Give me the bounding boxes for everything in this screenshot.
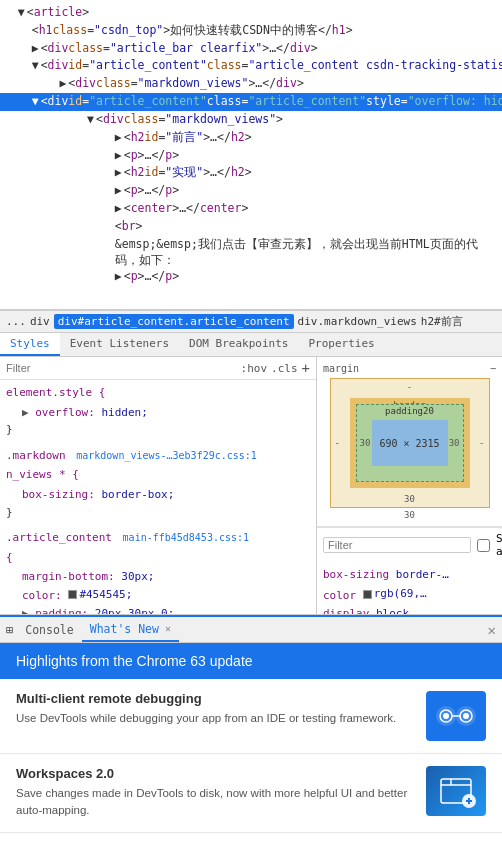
breadcrumb-item[interactable]: div [30, 315, 50, 328]
css-selector: .article_content main-ffb45d8453.css:1 [6, 529, 310, 547]
css-property: margin-bottom: 30px; [6, 568, 310, 586]
styles-right: margin − - 30 - - border [317, 357, 502, 614]
whats-new-tab-label: What's New [90, 622, 159, 636]
css-property: color: #454545; [6, 586, 310, 605]
item-title: Multi-client remote debugging [16, 691, 414, 706]
filter-bar: :hov .cls + [0, 357, 316, 380]
tree-line[interactable]: ▶ <p >…</p> [0, 268, 502, 286]
computed-properties: box-sizing border-… color rgb(69,… displ… [317, 562, 502, 614]
styles-panel: Styles Event Listeners DOM Breakpoints P… [0, 333, 502, 615]
tree-line-highlighted[interactable]: ▼ <div id="article_content" class="artic… [0, 93, 502, 111]
styles-rules: element.style { ▶ overflow: hidden; } .m… [0, 380, 316, 614]
workspaces-illustration [431, 769, 481, 813]
item-image [426, 691, 486, 741]
css-source-link[interactable]: main-ffb45d8453.css:1 [123, 532, 249, 543]
console-tabs: ⊞ Console What's New ✕ ✕ [0, 615, 502, 643]
expand-arrow[interactable]: ▼ [32, 57, 39, 75]
expand-arrow[interactable]: ▼ [87, 111, 94, 129]
styles-left: :hov .cls + element.style { ▶ overflow: … [0, 357, 317, 614]
whats-new-panel: Highlights from the Chrome 63 update Mul… [0, 643, 502, 833]
html-tree: ▼ <article> <h1 class="csdn_top" >如何快速转载… [0, 0, 502, 290]
computed-prop: box-sizing border-… [323, 566, 496, 585]
expand-arrow[interactable]: ▶ [32, 40, 39, 58]
breadcrumb-item[interactable]: h2#前言 [421, 314, 463, 329]
add-rule-button[interactable]: + [302, 360, 310, 376]
item-desc: Save changes made in DevTools to disk, n… [16, 785, 414, 820]
box-bottom-margin: 30 [323, 510, 496, 520]
expand-arrow[interactable]: ▶ [115, 147, 122, 165]
css-rule: .article_content main-ffb45d8453.css:1 {… [6, 529, 310, 614]
close-whats-new-button[interactable]: ✕ [165, 623, 171, 634]
css-property: ▶ padding: 20px 30px 0; [6, 605, 310, 614]
tree-line[interactable]: <br> [0, 218, 502, 236]
hov-button[interactable]: :hov [241, 362, 268, 375]
box-model: - 30 - - border padding20 30 30 [330, 378, 490, 508]
tab-console[interactable]: Console [17, 619, 81, 641]
filter-input[interactable] [6, 362, 237, 374]
tab-styles[interactable]: Styles [0, 333, 60, 356]
whats-new-header: Highlights from the Chrome 63 update [0, 643, 502, 679]
box-model-section: margin − - 30 - - border [317, 357, 502, 527]
whats-new-content: Multi-client remote debugging Use DevToo… [0, 679, 502, 833]
css-selector-brace: { [6, 549, 310, 567]
tree-line[interactable]: <h1 class="csdn_top" >如何快速转载CSDN中的博客</h1… [0, 22, 502, 40]
svg-point-5 [443, 713, 449, 719]
tab-whats-new[interactable]: What's New ✕ [82, 618, 179, 642]
item-image [426, 766, 486, 816]
tab-dom-breakpoints[interactable]: DOM Breakpoints [179, 333, 298, 356]
css-rule: element.style { ▶ overflow: hidden; } [6, 384, 310, 439]
tree-line[interactable]: &emsp;&emsp;我们点击【审查元素】，就会出现当前HTML页面的代码，如… [0, 236, 502, 268]
show-all-checkbox[interactable] [477, 539, 490, 552]
styles-tabs: Styles Event Listeners DOM Breakpoints P… [0, 333, 502, 357]
expand-arrow[interactable]: ▶ [59, 75, 66, 93]
computed-prop: display block [323, 605, 496, 614]
expand-arrow[interactable]: ▼ [18, 4, 25, 22]
tree-line[interactable]: ▼ <div id="article_content" class="artic… [0, 57, 502, 75]
html-tree-panel: ▼ <article> <h1 class="csdn_top" >如何快速转载… [0, 0, 502, 310]
css-selector: .markdown markdown_views-…3eb3f29c.css:1 [6, 447, 310, 465]
close-panel-button[interactable]: ✕ [488, 622, 496, 638]
css-rule: .markdown markdown_views-…3eb3f29c.css:1… [6, 447, 310, 521]
expand-arrow[interactable]: ▶ [115, 200, 122, 218]
breadcrumb-item-active[interactable]: div#article_content.article_content [54, 314, 294, 329]
css-property: ▶ overflow: hidden; [6, 404, 310, 422]
tree-line[interactable]: ▼ <div class="markdown_views" > [0, 111, 502, 129]
expand-arrow[interactable]: ▶ [115, 164, 122, 182]
tab-event-listeners[interactable]: Event Listeners [60, 333, 179, 356]
expand-arrow[interactable]: ▶ [115, 129, 122, 147]
styles-content: :hov .cls + element.style { ▶ overflow: … [0, 357, 502, 614]
item-desc: Use DevTools while debugging your app fr… [16, 710, 414, 727]
tab-properties[interactable]: Properties [298, 333, 384, 356]
item-title: Workspaces 2.0 [16, 766, 414, 781]
tree-line[interactable]: ▶ <div class="markdown_views" >…</div> [0, 75, 502, 93]
tree-line[interactable]: ▶ <h2 id="实现" >…</h2> [0, 164, 502, 182]
svg-point-6 [463, 713, 469, 719]
breadcrumb-item[interactable]: ... [6, 315, 26, 328]
tree-line[interactable]: ▼ <article> [0, 4, 502, 22]
cls-button[interactable]: .cls [271, 362, 298, 375]
breadcrumb-item[interactable]: div.markdown_views [298, 315, 417, 328]
whats-new-item: Multi-client remote debugging Use DevToo… [0, 679, 502, 754]
box-content: 690 × 2315 [372, 420, 448, 466]
tree-line[interactable]: ▶ <p >…</p> [0, 182, 502, 200]
tree-line[interactable]: ▶ <div class="article_bar clearfix" >…</… [0, 40, 502, 58]
right-filter-input[interactable] [323, 537, 471, 553]
computed-color-swatch[interactable] [363, 590, 372, 599]
console-tab-label: Console [25, 623, 73, 637]
tree-line[interactable]: ▶ <h2 id="前言" >…</h2> [0, 129, 502, 147]
right-filter: Show all [317, 527, 502, 562]
show-all-label: Show all [496, 532, 502, 558]
tree-line[interactable]: ▶ <center >…</center> [0, 200, 502, 218]
color-swatch[interactable] [68, 590, 77, 599]
box-model-title: margin − [323, 363, 496, 374]
tree-line[interactable]: ▶ <p >…</p> [0, 147, 502, 165]
expand-arrow[interactable]: ▶ [115, 268, 122, 286]
whats-new-item: Workspaces 2.0 Save changes made in DevT… [0, 754, 502, 833]
expand-icon: ⊞ [6, 623, 13, 637]
css-source-link[interactable]: markdown_views-…3eb3f29c.css:1 [76, 450, 257, 461]
css-selector: n_views * { [6, 466, 310, 484]
remote-debug-illustration [431, 694, 481, 738]
computed-prop: color rgb(69,… [323, 585, 496, 606]
expand-arrow[interactable]: ▶ [115, 182, 122, 200]
css-selector: element.style { [6, 384, 310, 402]
